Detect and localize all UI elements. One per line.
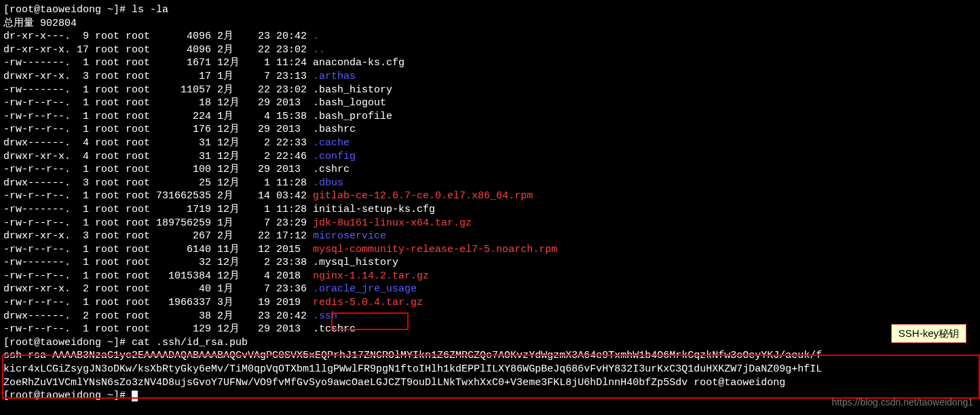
listing-row: drwx------. 2 root root 38 2月 23 20:42 .… (3, 310, 977, 323)
listing-filename: microservice (313, 230, 386, 242)
listing-meta: -rw-r--r--. 1 root root 224 1月 4 15:38 (3, 111, 313, 122)
ssh-key-line: kicr4xLCGiZsygJN3oDKw/ksXbRtyGky6eMv/TiM… (3, 363, 977, 376)
listing-row: -rw-r--r--. 1 root root 1966337 3月 19 20… (3, 296, 977, 310)
listing-filename: .tcshrc (313, 323, 356, 335)
listing-filename: mysql-community-release-el7-5.noarch.rpm (313, 244, 557, 255)
listing-meta: dr-xr-x---. 9 root root 4096 2月 23 20:42 (3, 31, 313, 42)
listing-row: drwxr-xr-x. 4 root root 31 12月 2 22:46 .… (3, 150, 977, 164)
listing-filename: anaconda-ks.cfg (313, 57, 404, 69)
listing-filename: jdk-8u161-linux-x64.tar.gz (313, 217, 472, 229)
listing-filename: .cshrc (313, 164, 350, 175)
callout-text: SSH-key秘钥 (899, 327, 959, 339)
listing-meta: -rw-------. 1 root root 1719 12月 1 11:28 (3, 204, 313, 215)
listing-row: dr-xr-x---. 9 root root 4096 2月 23 20:42… (3, 30, 977, 43)
listing-meta: -rw-r--r--. 1 root root 6140 11月 12 2015 (3, 244, 313, 255)
listing-filename: .bash_history (313, 84, 392, 96)
listing-row: -rw-r--r--. 1 root root 100 12月 29 2013 … (3, 163, 977, 177)
listing-filename: . (313, 31, 319, 42)
listing-meta: -rw-r--r--. 1 root root 176 12月 29 2013 (3, 124, 313, 135)
listing-filename: .oracle_jre_usage (313, 283, 417, 295)
prompt-line-1: [root@taoweidong ~]# ls -la (3, 3, 977, 17)
total-line: 总用量 902804 (3, 17, 977, 31)
file-listing: dr-xr-x---. 9 root root 4096 2月 23 20:42… (3, 30, 977, 336)
listing-filename: nginx-1.14.2.tar.gz (313, 270, 429, 282)
listing-row: -rw-------. 1 root root 32 12月 2 23:38 .… (3, 256, 977, 270)
listing-row: drwx------. 3 root root 25 12月 1 11:28 .… (3, 177, 977, 190)
listing-filename: initial-setup-ks.cfg (313, 204, 435, 215)
listing-row: drwx------. 4 root root 31 12月 2 22:33 .… (3, 137, 977, 150)
listing-row: drwxr-xr-x. 3 root root 17 1月 7 23:13 .a… (3, 70, 977, 84)
listing-row: -rw-r--r--. 1 root root 189756259 1月 7 2… (3, 217, 977, 230)
listing-filename: .dbus (313, 177, 343, 189)
listing-row: -rw-r--r--. 1 root root 731662535 2月 14 … (3, 190, 977, 203)
listing-filename: redis-5.0.4.tar.gz (313, 297, 423, 308)
listing-row: -rw-------. 1 root root 1719 12月 1 11:28… (3, 203, 977, 217)
listing-meta: drwxr-xr-x. 2 root root 40 1月 7 23:36 (3, 283, 313, 295)
listing-meta: -rw-r--r--. 1 root root 189756259 1月 7 2… (3, 217, 313, 229)
listing-meta: -rw-r--r--. 1 root root 731662535 2月 14 … (3, 190, 313, 202)
listing-meta: -rw-r--r--. 1 root root 129 12月 29 2013 (3, 323, 313, 335)
listing-row: drwxr-xr-x. 2 root root 40 1月 7 23:36 .o… (3, 283, 977, 296)
listing-row: -rw-------. 1 root root 11057 2月 22 23:0… (3, 84, 977, 97)
listing-filename: .ssh (313, 310, 337, 322)
prompt-line-2: [root@taoweidong ~]# cat .ssh/id_rsa.pub (3, 336, 977, 350)
ssh-key-callout: SSH-key秘钥 (891, 324, 966, 343)
watermark: https://blog.csdn.net/taoweidong1 (831, 396, 973, 410)
listing-filename: .bashrc (313, 124, 356, 135)
listing-meta: -rw-r--r--. 1 root root 1015384 12月 4 20… (3, 270, 313, 282)
listing-filename: .bash_logout (313, 97, 386, 109)
prompt-text: [root@taoweidong ~]# (3, 390, 132, 401)
listing-meta: -rw-------. 1 root root 1671 12月 1 11:24 (3, 57, 313, 69)
listing-row: -rw-r--r--. 1 root root 6140 11月 12 2015… (3, 243, 977, 257)
listing-filename: .. (313, 44, 325, 56)
listing-meta: -rw-r--r--. 1 root root 18 12月 29 2013 (3, 97, 313, 109)
listing-meta: -rw-r--r--. 1 root root 100 12月 29 2013 (3, 164, 313, 175)
listing-filename: .config (313, 151, 356, 162)
ssh-key-line: ssh-rsa AAAAB3NzaC1yc2EAAAADAQABAAABAQCv… (3, 349, 977, 363)
command-text: ls -la (132, 4, 168, 16)
prompt-text: [root@taoweidong ~]# (3, 337, 132, 348)
listing-row: drwxr-xr-x. 3 root root 267 2月 22 17:12 … (3, 230, 977, 243)
listing-filename: .cache (313, 137, 350, 149)
prompt-text: [root@taoweidong ~]# (3, 4, 132, 16)
listing-row: -rw-r--r--. 1 root root 129 12月 29 2013 … (3, 323, 977, 336)
listing-meta: drwx------. 3 root root 25 12月 1 11:28 (3, 177, 313, 189)
prompt-line-3: [root@taoweidong ~]# (3, 389, 977, 403)
listing-row: -rw-r--r--. 1 root root 1015384 12月 4 20… (3, 270, 977, 283)
listing-meta: drwxr-xr-x. 3 root root 17 1月 7 23:13 (3, 71, 313, 82)
listing-row: dr-xr-xr-x. 17 root root 4096 2月 22 23:0… (3, 43, 977, 57)
listing-meta: drwx------. 2 root root 38 2月 23 20:42 (3, 310, 313, 322)
command-text: cat .ssh/id_rsa.pub (132, 337, 248, 348)
listing-meta: drwxr-xr-x. 3 root root 267 2月 22 17:12 (3, 230, 313, 242)
listing-meta: drwxr-xr-x. 4 root root 31 12月 2 22:46 (3, 151, 313, 162)
listing-filename: gitlab-ce-12.6.7-ce.0.el7.x86_64.rpm (313, 190, 533, 202)
listing-meta: dr-xr-xr-x. 17 root root 4096 2月 22 23:0… (3, 44, 313, 56)
listing-filename: .bash_profile (313, 111, 392, 122)
listing-meta: -rw-r--r--. 1 root root 1966337 3月 19 20… (3, 297, 313, 308)
listing-filename: .mysql_history (313, 257, 398, 268)
ssh-key-output: ssh-rsa AAAAB3NzaC1yc2EAAAADAQABAAABAQCv… (3, 349, 977, 389)
terminal-output[interactable]: [root@taoweidong ~]# ls -la 总用量 902804 d… (3, 3, 977, 403)
listing-row: -rw-------. 1 root root 1671 12月 1 11:24… (3, 56, 977, 70)
listing-meta: -rw-------. 1 root root 11057 2月 22 23:0… (3, 84, 313, 96)
listing-meta: -rw-------. 1 root root 32 12月 2 23:38 (3, 257, 313, 268)
listing-row: -rw-r--r--. 1 root root 18 12月 29 2013 .… (3, 96, 977, 110)
cursor (132, 391, 138, 401)
listing-row: -rw-r--r--. 1 root root 176 12月 29 2013 … (3, 123, 977, 137)
listing-row: -rw-r--r--. 1 root root 224 1月 4 15:38 .… (3, 110, 977, 124)
ssh-key-line: ZoeRhZuV1VCmlYNsN6sZo3zNV4D8ujsGvoY7UFNw… (3, 376, 977, 390)
listing-meta: drwx------. 4 root root 31 12月 2 22:33 (3, 137, 313, 149)
listing-filename: .arthas (313, 71, 356, 82)
